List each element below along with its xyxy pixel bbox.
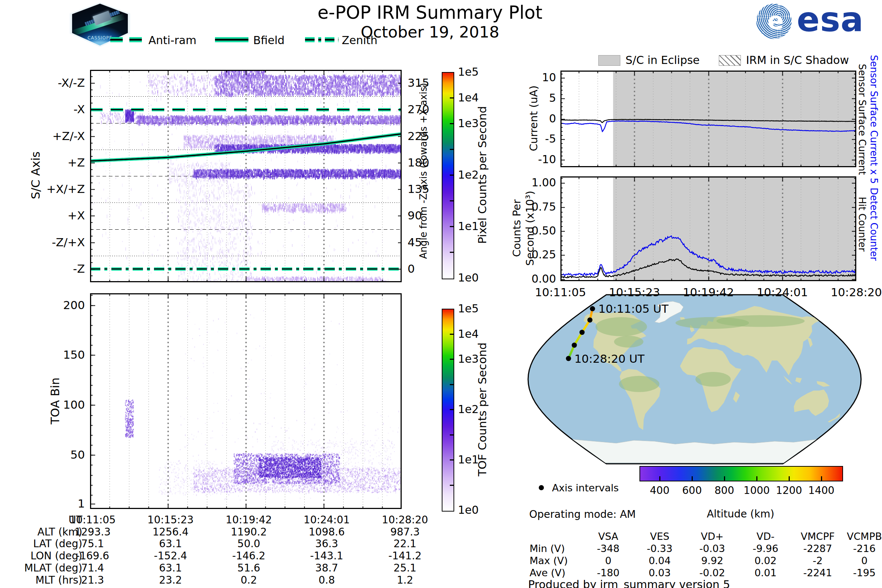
sc-axis-tick: +X/+Z xyxy=(22,182,85,195)
colorbar-tick xyxy=(450,485,453,486)
voltage-value: -195 xyxy=(837,567,882,579)
anti-ram-legend-icon xyxy=(110,37,144,43)
colorbar-tick-label: 1e5 xyxy=(458,302,479,315)
colorbar-tick-label: 1e0 xyxy=(458,504,479,516)
axis-interval-dot xyxy=(579,330,585,335)
ephemeris-value: 75.1 xyxy=(54,538,131,550)
ephemeris-value: 0.8 xyxy=(288,574,365,586)
legend-anti-ram: Anti-ram xyxy=(148,34,196,46)
colorbar-tick-label: 1e2 xyxy=(458,403,479,416)
voltage-column-header: VD- xyxy=(738,531,793,542)
colorbar-tick-label: 1e1 xyxy=(458,220,479,232)
colorbar-tick-label: 1e0 xyxy=(458,271,479,284)
angle-tick: 135 xyxy=(408,182,429,195)
ephemeris-value: 10:28:20 xyxy=(366,514,444,526)
ephemeris-value: 1190.2 xyxy=(210,526,287,538)
ephemeris-value: 10:24:01 xyxy=(288,514,365,526)
angle-tick: 315 xyxy=(408,76,429,89)
ephemeris-value: 51.6 xyxy=(210,562,287,574)
sc-axis-tick: +Z xyxy=(22,156,85,169)
angle-tick: 270 xyxy=(408,102,429,116)
colorbar-tick xyxy=(450,358,453,360)
current-ytick: 10 xyxy=(494,71,556,84)
ephemeris-value: 38.7 xyxy=(288,562,365,574)
colorbar-tick xyxy=(450,175,453,176)
track-end-label: 10:28:20 UT xyxy=(574,352,645,365)
axis-interval-dot xyxy=(587,318,592,322)
legend-shadow: IRM in S/C Shadow xyxy=(746,54,849,66)
ephemeris-value: 21.3 xyxy=(54,574,131,586)
altitude-colorbar-label: Altitude (km) xyxy=(639,508,842,520)
voltage-column-header: VES xyxy=(632,531,687,542)
legend-zenith: Zenith xyxy=(342,34,377,46)
ephemeris-value: -152.4 xyxy=(132,550,209,562)
voltage-value: -180 xyxy=(580,567,636,579)
detect-counter-label: Detect Counter xyxy=(868,114,879,334)
ephemeris-value: 987.3 xyxy=(366,526,444,538)
sc-axis-tick: -Z xyxy=(22,262,85,275)
surface-current-canvas xyxy=(560,70,856,167)
axis-interval-dot xyxy=(566,356,571,361)
angle-tick: 45 xyxy=(408,236,422,249)
colorbar-tick xyxy=(724,476,725,481)
ephemeris-value: 1256.4 xyxy=(132,526,209,538)
pixel-counts-colorbar xyxy=(442,72,454,279)
current-ytick: 0 xyxy=(494,112,556,125)
voltage-value: 0.03 xyxy=(632,567,687,579)
colorbar-tick xyxy=(450,98,453,99)
colorbar-tick xyxy=(450,226,453,227)
colorbar-tick xyxy=(450,200,453,201)
track-start-label: 10:11:05 UT xyxy=(598,302,669,315)
page-title: e-POP IRM Summary Plot xyxy=(210,2,651,23)
voltage-value: -0.03 xyxy=(685,543,740,554)
ephemeris-value: 1.2 xyxy=(366,574,444,586)
esa-logo-text: esa xyxy=(797,0,864,39)
time-xtick: 10:11:05 xyxy=(520,285,601,299)
ephemeris-value: 63.1 xyxy=(132,562,209,574)
ephemeris-value: 10:11:05 xyxy=(54,514,131,526)
counts-ytick: 1.00 xyxy=(494,176,556,189)
colorbar-tick xyxy=(756,476,758,481)
voltage-value: 0 xyxy=(580,555,636,566)
counts-ytick: 0.50 xyxy=(494,224,556,237)
counts-ytick: 0.00 xyxy=(494,272,556,285)
angle-tick: 0 xyxy=(408,262,415,275)
ephemeris-value: 25.1 xyxy=(366,562,444,574)
angle-tick: 90 xyxy=(408,209,422,222)
time-xtick: 10:28:20 xyxy=(816,285,882,299)
colorbar-tick-label: 1e3 xyxy=(458,352,479,365)
sc-axis-tick: -Z/+X xyxy=(22,236,85,249)
voltage-row-label: Max (V) xyxy=(530,555,568,566)
sc-axis-spectrogram-canvas xyxy=(90,70,402,282)
colorbar-tick xyxy=(450,149,453,150)
ephemeris-value: 1098.6 xyxy=(288,526,365,538)
toa-tick: 1 xyxy=(22,497,85,510)
ephemeris-value: -169.6 xyxy=(54,550,131,562)
sc-axis-tick: -X/-Z xyxy=(22,76,85,89)
angle-tick: 225 xyxy=(408,129,429,142)
time-xtick: 10:24:01 xyxy=(742,285,823,299)
current-ytick: 5 xyxy=(494,92,556,104)
axis-intervals-label: Axis intervals xyxy=(552,482,619,494)
ephemeris-value: 0.2 xyxy=(210,574,287,586)
toa-spectrogram-canvas xyxy=(90,293,402,509)
voltage-row-label: Min (V) xyxy=(530,543,565,554)
ephemeris-value: -143.1 xyxy=(288,550,365,562)
colorbar-tick xyxy=(450,334,453,335)
counts-ytick: 0.75 xyxy=(494,200,556,213)
ephemeris-value: 22.1 xyxy=(366,538,444,550)
ephemeris-value: 10:15:23 xyxy=(132,514,209,526)
ephemeris-value: 1293.3 xyxy=(54,526,131,538)
eclipse-swatch-icon xyxy=(598,55,620,66)
colorbar-tick xyxy=(659,476,660,481)
sc-axis-tick: -X xyxy=(22,102,85,116)
colorbar-tick-label: 1e1 xyxy=(458,453,479,466)
voltage-value: -216 xyxy=(837,543,882,554)
colorbar-tick xyxy=(450,384,453,385)
colorbar-tick-label: 1e4 xyxy=(458,91,479,104)
ephemeris-value: 23.2 xyxy=(132,574,209,586)
ephemeris-value: 71.4 xyxy=(54,562,131,574)
ephemeris-value: -146.2 xyxy=(210,550,287,562)
zenith-legend-icon xyxy=(304,37,339,43)
esa-logo-icon: e xyxy=(756,4,792,39)
